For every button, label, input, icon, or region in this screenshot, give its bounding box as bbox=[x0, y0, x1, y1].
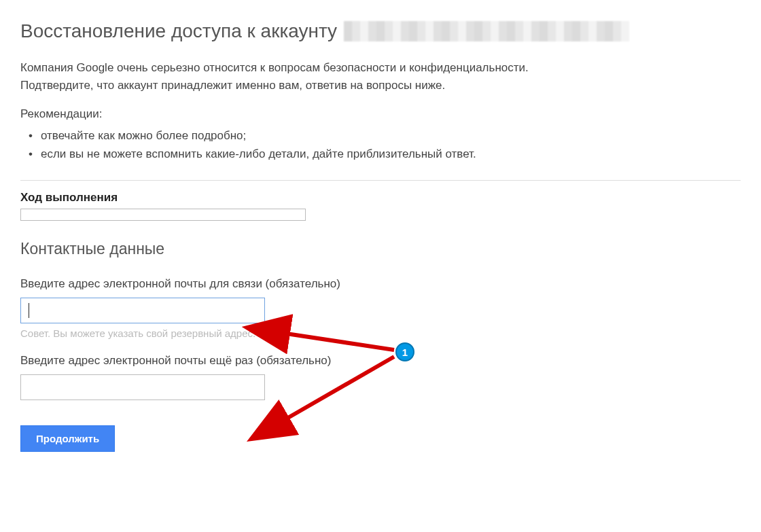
email-input[interactable] bbox=[20, 298, 265, 323]
recommendation-item: если вы не можете вспомнить какие-либо д… bbox=[41, 145, 741, 163]
email-confirm-field-block: Введите адрес электронной почты ещё раз … bbox=[20, 354, 741, 400]
email-label: Введите адрес электронной почты для связ… bbox=[20, 277, 741, 291]
continue-button[interactable]: Продолжить bbox=[20, 425, 115, 452]
separator bbox=[20, 180, 741, 181]
recommendations-label: Рекомендации: bbox=[20, 107, 741, 121]
intro-text: Компания Google очень серьезно относится… bbox=[20, 59, 741, 94]
progress-label: Ход выполнения bbox=[20, 191, 741, 205]
progress-bar bbox=[20, 209, 306, 221]
page-title: Восстановление доступа к аккаунту bbox=[20, 20, 741, 42]
email-confirm-label: Введите адрес электронной почты ещё раз … bbox=[20, 354, 741, 368]
redacted-account-identifier bbox=[344, 21, 629, 41]
email-field-block: Введите адрес электронной почты для связ… bbox=[20, 277, 741, 339]
email-hint: Совет. Вы можете указать свой резервный … bbox=[20, 327, 741, 339]
intro-line-1: Компания Google очень серьезно относится… bbox=[20, 61, 529, 74]
contact-section-title: Контактные данные bbox=[20, 240, 741, 258]
email-confirm-input[interactable] bbox=[20, 374, 265, 400]
recommendation-item: отвечайте как можно более подробно; bbox=[41, 126, 741, 145]
page-title-text: Восстановление доступа к аккаунту bbox=[20, 20, 337, 42]
recommendations-list: отвечайте как можно более подробно; если… bbox=[20, 126, 741, 163]
text-cursor-icon bbox=[29, 303, 29, 318]
annotation-callout-1: 1 bbox=[395, 342, 414, 361]
intro-line-2: Подтвердите, что аккаунт принадлежит име… bbox=[20, 79, 445, 92]
